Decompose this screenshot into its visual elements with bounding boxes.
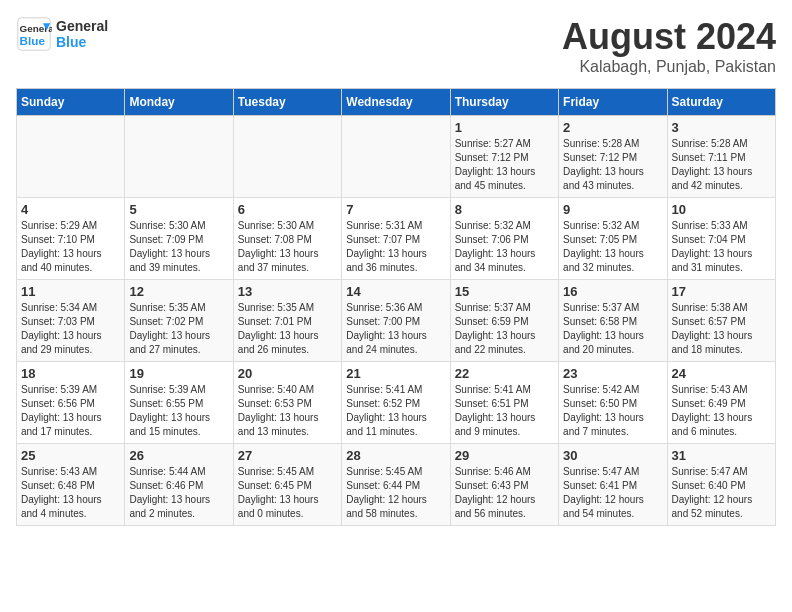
day-number: 30 bbox=[563, 448, 662, 463]
day-number: 31 bbox=[672, 448, 771, 463]
location-subtitle: Kalabagh, Punjab, Pakistan bbox=[562, 58, 776, 76]
header-wednesday: Wednesday bbox=[342, 89, 450, 116]
day-content: Sunrise: 5:36 AM Sunset: 7:00 PM Dayligh… bbox=[346, 301, 445, 357]
calendar-cell: 18Sunrise: 5:39 AM Sunset: 6:56 PM Dayli… bbox=[17, 362, 125, 444]
page-header: General Blue General Blue August 2024 Ka… bbox=[16, 16, 776, 76]
day-number: 23 bbox=[563, 366, 662, 381]
day-content: Sunrise: 5:28 AM Sunset: 7:11 PM Dayligh… bbox=[672, 137, 771, 193]
calendar-cell: 23Sunrise: 5:42 AM Sunset: 6:50 PM Dayli… bbox=[559, 362, 667, 444]
day-content: Sunrise: 5:32 AM Sunset: 7:05 PM Dayligh… bbox=[563, 219, 662, 275]
calendar-cell: 15Sunrise: 5:37 AM Sunset: 6:59 PM Dayli… bbox=[450, 280, 558, 362]
day-content: Sunrise: 5:29 AM Sunset: 7:10 PM Dayligh… bbox=[21, 219, 120, 275]
calendar-cell: 28Sunrise: 5:45 AM Sunset: 6:44 PM Dayli… bbox=[342, 444, 450, 526]
day-number: 26 bbox=[129, 448, 228, 463]
calendar-cell bbox=[342, 116, 450, 198]
day-content: Sunrise: 5:32 AM Sunset: 7:06 PM Dayligh… bbox=[455, 219, 554, 275]
calendar-cell: 16Sunrise: 5:37 AM Sunset: 6:58 PM Dayli… bbox=[559, 280, 667, 362]
day-number: 8 bbox=[455, 202, 554, 217]
calendar-cell: 10Sunrise: 5:33 AM Sunset: 7:04 PM Dayli… bbox=[667, 198, 775, 280]
day-number: 24 bbox=[672, 366, 771, 381]
day-content: Sunrise: 5:31 AM Sunset: 7:07 PM Dayligh… bbox=[346, 219, 445, 275]
day-content: Sunrise: 5:35 AM Sunset: 7:02 PM Dayligh… bbox=[129, 301, 228, 357]
calendar-cell: 30Sunrise: 5:47 AM Sunset: 6:41 PM Dayli… bbox=[559, 444, 667, 526]
day-number: 9 bbox=[563, 202, 662, 217]
svg-text:Blue: Blue bbox=[20, 34, 46, 47]
calendar-cell: 9Sunrise: 5:32 AM Sunset: 7:05 PM Daylig… bbox=[559, 198, 667, 280]
calendar-cell: 14Sunrise: 5:36 AM Sunset: 7:00 PM Dayli… bbox=[342, 280, 450, 362]
day-content: Sunrise: 5:39 AM Sunset: 6:56 PM Dayligh… bbox=[21, 383, 120, 439]
day-content: Sunrise: 5:39 AM Sunset: 6:55 PM Dayligh… bbox=[129, 383, 228, 439]
calendar-header-row: SundayMondayTuesdayWednesdayThursdayFrid… bbox=[17, 89, 776, 116]
day-content: Sunrise: 5:33 AM Sunset: 7:04 PM Dayligh… bbox=[672, 219, 771, 275]
calendar-cell bbox=[233, 116, 341, 198]
calendar-cell: 29Sunrise: 5:46 AM Sunset: 6:43 PM Dayli… bbox=[450, 444, 558, 526]
calendar-cell: 1Sunrise: 5:27 AM Sunset: 7:12 PM Daylig… bbox=[450, 116, 558, 198]
calendar-week-4: 18Sunrise: 5:39 AM Sunset: 6:56 PM Dayli… bbox=[17, 362, 776, 444]
day-content: Sunrise: 5:46 AM Sunset: 6:43 PM Dayligh… bbox=[455, 465, 554, 521]
calendar-cell: 8Sunrise: 5:32 AM Sunset: 7:06 PM Daylig… bbox=[450, 198, 558, 280]
calendar-cell: 6Sunrise: 5:30 AM Sunset: 7:08 PM Daylig… bbox=[233, 198, 341, 280]
day-number: 1 bbox=[455, 120, 554, 135]
day-number: 20 bbox=[238, 366, 337, 381]
day-content: Sunrise: 5:37 AM Sunset: 6:59 PM Dayligh… bbox=[455, 301, 554, 357]
calendar-cell: 19Sunrise: 5:39 AM Sunset: 6:55 PM Dayli… bbox=[125, 362, 233, 444]
day-content: Sunrise: 5:40 AM Sunset: 6:53 PM Dayligh… bbox=[238, 383, 337, 439]
calendar-cell: 25Sunrise: 5:43 AM Sunset: 6:48 PM Dayli… bbox=[17, 444, 125, 526]
day-content: Sunrise: 5:30 AM Sunset: 7:08 PM Dayligh… bbox=[238, 219, 337, 275]
day-content: Sunrise: 5:42 AM Sunset: 6:50 PM Dayligh… bbox=[563, 383, 662, 439]
day-number: 13 bbox=[238, 284, 337, 299]
calendar-table: SundayMondayTuesdayWednesdayThursdayFrid… bbox=[16, 88, 776, 526]
calendar-week-2: 4Sunrise: 5:29 AM Sunset: 7:10 PM Daylig… bbox=[17, 198, 776, 280]
day-number: 27 bbox=[238, 448, 337, 463]
calendar-cell: 13Sunrise: 5:35 AM Sunset: 7:01 PM Dayli… bbox=[233, 280, 341, 362]
day-number: 16 bbox=[563, 284, 662, 299]
day-number: 6 bbox=[238, 202, 337, 217]
calendar-week-3: 11Sunrise: 5:34 AM Sunset: 7:03 PM Dayli… bbox=[17, 280, 776, 362]
calendar-week-5: 25Sunrise: 5:43 AM Sunset: 6:48 PM Dayli… bbox=[17, 444, 776, 526]
logo-text: General Blue bbox=[56, 18, 108, 50]
day-number: 4 bbox=[21, 202, 120, 217]
calendar-cell: 2Sunrise: 5:28 AM Sunset: 7:12 PM Daylig… bbox=[559, 116, 667, 198]
header-tuesday: Tuesday bbox=[233, 89, 341, 116]
day-content: Sunrise: 5:43 AM Sunset: 6:48 PM Dayligh… bbox=[21, 465, 120, 521]
day-number: 10 bbox=[672, 202, 771, 217]
day-number: 28 bbox=[346, 448, 445, 463]
day-content: Sunrise: 5:47 AM Sunset: 6:40 PM Dayligh… bbox=[672, 465, 771, 521]
calendar-cell bbox=[125, 116, 233, 198]
day-content: Sunrise: 5:45 AM Sunset: 6:44 PM Dayligh… bbox=[346, 465, 445, 521]
calendar-cell: 12Sunrise: 5:35 AM Sunset: 7:02 PM Dayli… bbox=[125, 280, 233, 362]
calendar-week-1: 1Sunrise: 5:27 AM Sunset: 7:12 PM Daylig… bbox=[17, 116, 776, 198]
day-number: 21 bbox=[346, 366, 445, 381]
day-content: Sunrise: 5:34 AM Sunset: 7:03 PM Dayligh… bbox=[21, 301, 120, 357]
day-content: Sunrise: 5:41 AM Sunset: 6:52 PM Dayligh… bbox=[346, 383, 445, 439]
day-number: 11 bbox=[21, 284, 120, 299]
calendar-cell: 26Sunrise: 5:44 AM Sunset: 6:46 PM Dayli… bbox=[125, 444, 233, 526]
calendar-cell: 20Sunrise: 5:40 AM Sunset: 6:53 PM Dayli… bbox=[233, 362, 341, 444]
calendar-cell: 22Sunrise: 5:41 AM Sunset: 6:51 PM Dayli… bbox=[450, 362, 558, 444]
calendar-cell: 24Sunrise: 5:43 AM Sunset: 6:49 PM Dayli… bbox=[667, 362, 775, 444]
day-number: 22 bbox=[455, 366, 554, 381]
calendar-cell: 27Sunrise: 5:45 AM Sunset: 6:45 PM Dayli… bbox=[233, 444, 341, 526]
calendar-cell: 7Sunrise: 5:31 AM Sunset: 7:07 PM Daylig… bbox=[342, 198, 450, 280]
day-content: Sunrise: 5:45 AM Sunset: 6:45 PM Dayligh… bbox=[238, 465, 337, 521]
header-sunday: Sunday bbox=[17, 89, 125, 116]
day-content: Sunrise: 5:28 AM Sunset: 7:12 PM Dayligh… bbox=[563, 137, 662, 193]
logo-icon: General Blue bbox=[16, 16, 52, 52]
day-number: 18 bbox=[21, 366, 120, 381]
day-number: 5 bbox=[129, 202, 228, 217]
day-number: 12 bbox=[129, 284, 228, 299]
day-number: 25 bbox=[21, 448, 120, 463]
day-content: Sunrise: 5:27 AM Sunset: 7:12 PM Dayligh… bbox=[455, 137, 554, 193]
day-number: 2 bbox=[563, 120, 662, 135]
day-content: Sunrise: 5:37 AM Sunset: 6:58 PM Dayligh… bbox=[563, 301, 662, 357]
calendar-cell: 21Sunrise: 5:41 AM Sunset: 6:52 PM Dayli… bbox=[342, 362, 450, 444]
header-saturday: Saturday bbox=[667, 89, 775, 116]
calendar-cell: 5Sunrise: 5:30 AM Sunset: 7:09 PM Daylig… bbox=[125, 198, 233, 280]
day-number: 19 bbox=[129, 366, 228, 381]
day-content: Sunrise: 5:30 AM Sunset: 7:09 PM Dayligh… bbox=[129, 219, 228, 275]
month-year-title: August 2024 bbox=[562, 16, 776, 58]
day-content: Sunrise: 5:41 AM Sunset: 6:51 PM Dayligh… bbox=[455, 383, 554, 439]
day-number: 7 bbox=[346, 202, 445, 217]
day-number: 14 bbox=[346, 284, 445, 299]
calendar-cell: 11Sunrise: 5:34 AM Sunset: 7:03 PM Dayli… bbox=[17, 280, 125, 362]
